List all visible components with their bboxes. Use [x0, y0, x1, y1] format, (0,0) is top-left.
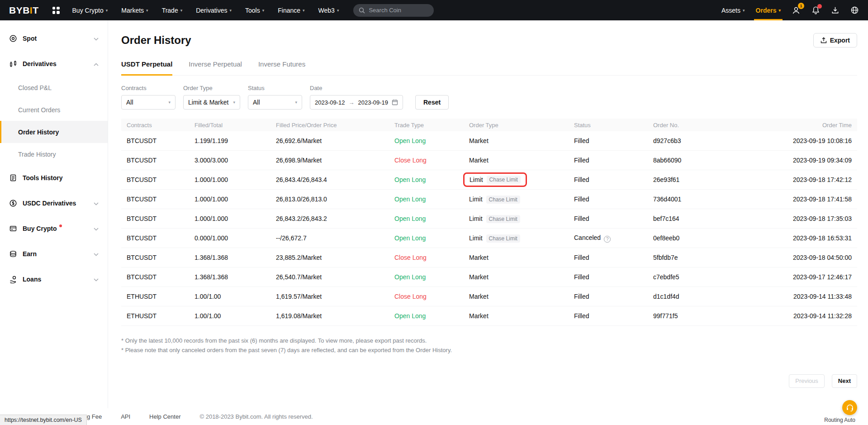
language-button[interactable]: [850, 6, 859, 14]
link-preview-statusbar: https://testnet.bybit.com/en-US: [0, 415, 87, 425]
earn-icon: [9, 250, 17, 258]
trade-type-cell: Close Long: [389, 157, 464, 164]
filled-price-cell: 26,843.2/26,843.2: [270, 215, 389, 222]
order-history-table: Contracts Filled/Total Filled Price/Orde…: [121, 119, 857, 326]
account-avatar[interactable]: 1: [792, 6, 801, 15]
sidebar-item-buy-crypto[interactable]: Buy Crypto: [0, 216, 108, 241]
contract-cell: BTCUSDT: [121, 137, 189, 144]
tab-usdt-perpetual[interactable]: USDT Perpetual: [121, 60, 172, 76]
filled-total-cell: 1.368/1.368: [189, 254, 270, 261]
chase-limit-tag: Chase Limit: [487, 176, 521, 184]
status-cell: Canceled?: [569, 234, 648, 243]
sidebar-item-loans[interactable]: Loans: [0, 267, 108, 292]
trade-type-cell: Open Long: [389, 176, 464, 183]
order-type-label: Limit: [470, 176, 483, 183]
support-chat-button[interactable]: [842, 400, 857, 415]
chevron-down-icon: ▾: [295, 100, 297, 105]
contracts-select[interactable]: All ▾: [121, 95, 175, 110]
filled-price-cell: 26,843.4/26,843.4: [270, 176, 389, 183]
order-table-body: BTCUSDT1.199/1.19926,692.6/MarketOpen Lo…: [121, 131, 857, 326]
sidebar-item-tools-history[interactable]: Tools History: [0, 165, 108, 191]
nav-item-finance[interactable]: Finance▾: [278, 0, 304, 20]
chevron-down-icon: ▾: [743, 8, 745, 13]
main-content: Order History Export USDT Perpetual Inve…: [108, 20, 868, 408]
nav-item-tools[interactable]: Tools▾: [245, 0, 264, 20]
chevron-down-icon: [94, 35, 99, 42]
main-menu: Buy Crypto▾ Markets▾ Trade▾ Derivatives▾…: [72, 0, 339, 20]
status-select[interactable]: All ▾: [248, 95, 302, 110]
status-filter-label: Status: [248, 85, 302, 91]
table-row: BTCUSDT1.368/1.36826,540.7/MarketOpen Lo…: [121, 267, 857, 287]
contract-cell: BTCUSDT: [121, 196, 189, 203]
order-type-label: Market: [469, 273, 489, 281]
date-range-picker[interactable]: 2023-09-12 → 2023-09-19: [310, 95, 403, 110]
chevron-down-icon: ▾: [778, 8, 781, 13]
previous-page-button[interactable]: Previous: [789, 374, 825, 388]
trade-type-cell: Open Long: [389, 137, 464, 144]
date-to: 2023-09-19: [358, 99, 389, 106]
sidebar: Spot Derivatives Closed P&L Current Orde…: [0, 20, 108, 408]
sidebar-item-earn[interactable]: Earn: [0, 241, 108, 267]
order-no-cell: 99f771f5: [648, 312, 761, 320]
contract-cell: BTCUSDT: [121, 215, 189, 222]
next-page-button[interactable]: Next: [832, 374, 857, 388]
nav-item-buy-crypto[interactable]: Buy Crypto▾: [72, 0, 108, 20]
bybit-logo[interactable]: BYBIT: [9, 5, 39, 16]
footer-link-api[interactable]: API: [121, 413, 130, 420]
sidebar-item-trade-history[interactable]: Trade History: [0, 143, 108, 165]
page-footer: Market Overview Trading Fee API Help Cen…: [0, 408, 868, 425]
tab-inverse-futures[interactable]: Inverse Futures: [258, 60, 305, 75]
sidebar-item-usdc-derivatives[interactable]: USDC Derivatives: [0, 191, 108, 216]
apps-grid-icon[interactable]: [52, 7, 60, 14]
nav-item-web3[interactable]: Web3▾: [318, 0, 339, 20]
canceled-info-icon[interactable]: ?: [604, 236, 611, 243]
order-type-cell: Market: [464, 157, 569, 164]
order-type-cell: Market: [464, 137, 569, 144]
sidebar-item-closed-pnl[interactable]: Closed P&L: [0, 76, 108, 99]
order-time-cell: 2023-09-18 04:50:00: [761, 254, 857, 261]
nav-item-trade[interactable]: Trade▾: [162, 0, 183, 20]
order-type-cell: Market: [464, 273, 569, 281]
trade-type-cell: Open Long: [389, 312, 464, 320]
nav-item-markets[interactable]: Markets▾: [121, 0, 148, 20]
table-row: ETHUSDT1.00/1.001,619.08/MarketOpen Long…: [121, 306, 857, 326]
table-row: BTCUSDT1.000/1.00026,813.0/26,813.0Open …: [121, 190, 857, 209]
search-icon: [359, 7, 365, 14]
export-button[interactable]: Export: [813, 33, 857, 48]
reset-button[interactable]: Reset: [415, 95, 449, 110]
status-cell: Filled: [569, 196, 648, 203]
order-type-label: Limit: [469, 215, 483, 222]
order-type-cell: LimitChase Limit: [464, 196, 569, 203]
nav-item-assets[interactable]: Assets▾: [721, 0, 745, 20]
sidebar-item-spot[interactable]: Spot: [0, 26, 108, 51]
trade-type-cell: Open Long: [389, 196, 464, 203]
table-row: ETHUSDT1.00/1.001,619.57/MarketClose Lon…: [121, 287, 857, 306]
order-type-filter-label: Order Type: [183, 85, 240, 91]
page-title: Order History: [121, 34, 191, 47]
footer-link-help-center[interactable]: Help Center: [149, 413, 180, 420]
sidebar-item-derivatives[interactable]: Derivatives: [0, 51, 108, 76]
status-cell: Filled: [569, 293, 648, 300]
sidebar-item-current-orders[interactable]: Current Orders: [0, 99, 108, 121]
search-input[interactable]: [369, 7, 423, 14]
tab-inverse-perpetual[interactable]: Inverse Perpetual: [189, 60, 242, 75]
download-app-button[interactable]: [831, 6, 840, 14]
nav-item-orders[interactable]: Orders▾: [756, 0, 781, 20]
routing-status-label: Routing Auto: [824, 417, 855, 423]
filled-total-cell: 0.000/1.000: [189, 234, 270, 242]
order-no-cell: c7ebdfe5: [648, 273, 761, 281]
headset-icon: [846, 404, 854, 412]
logo-text: BYB: [9, 5, 30, 16]
new-badge-dot: [59, 224, 62, 227]
sidebar-item-order-history[interactable]: Order History: [0, 121, 108, 143]
status-cell: Filled: [569, 137, 648, 144]
contract-cell: BTCUSDT: [121, 254, 189, 261]
notifications-button[interactable]: [811, 6, 820, 14]
order-type-select[interactable]: Limit & Market ▾: [183, 95, 240, 110]
order-no-cell: d927c6b3: [648, 137, 761, 144]
filled-price-cell: 1,619.57/Market: [270, 293, 389, 300]
coin-search-box[interactable]: [353, 4, 434, 17]
nav-item-derivatives[interactable]: Derivatives▾: [196, 0, 232, 20]
header-contracts: Contracts: [121, 122, 189, 129]
table-row: BTCUSDT0.000/1.000--/26,672.7Open LongLi…: [121, 229, 857, 248]
